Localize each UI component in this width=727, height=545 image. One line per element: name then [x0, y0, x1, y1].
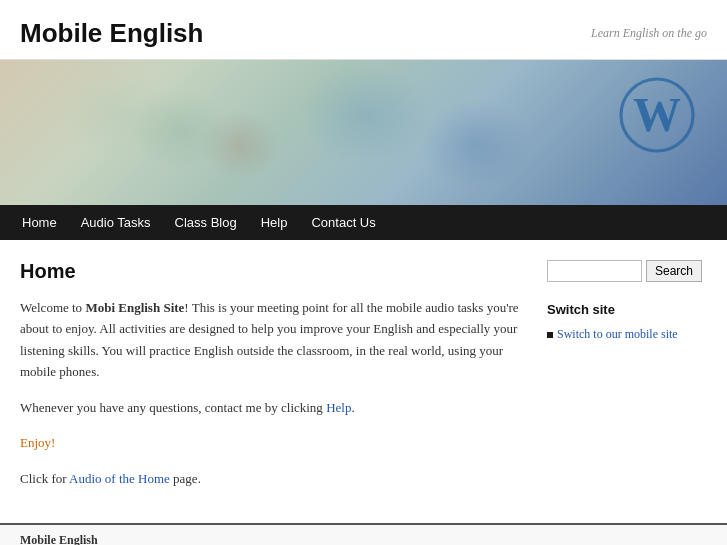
intro-paragraph: Welcome to Mobi English Site! This is yo…: [20, 297, 527, 383]
contact-paragraph: Whenever you have any questions, contact…: [20, 397, 527, 418]
enjoy-link[interactable]: Enjoy!: [20, 435, 55, 450]
enjoy-paragraph: Enjoy!: [20, 432, 527, 453]
switch-site-item: Switch to our mobile site: [547, 325, 707, 344]
nav-item-audio-tasks[interactable]: Audio Tasks: [69, 205, 163, 240]
nav-link-home[interactable]: Home: [10, 205, 69, 240]
nav-item-class-blog[interactable]: Class Blog: [163, 205, 249, 240]
sidebar: Search Switch site Switch to our mobile …: [547, 260, 707, 503]
audio-link[interactable]: Audio of the Home: [69, 471, 173, 486]
svg-text:W: W: [633, 88, 681, 141]
nav-link-help[interactable]: Help: [249, 205, 300, 240]
switch-site-link[interactable]: Switch to our mobile site: [557, 327, 678, 342]
contact-pre: Whenever you have any questions, contact…: [20, 400, 326, 415]
search-button[interactable]: Search: [646, 260, 702, 282]
audio-pre: Click for: [20, 471, 69, 486]
navigation: Home Audio Tasks Class Blog Help Contact…: [0, 205, 727, 240]
switch-site-widget: Switch site Switch to our mobile site: [547, 302, 707, 344]
search-widget: Search: [547, 260, 707, 282]
intro-pre: Welcome to: [20, 300, 85, 315]
footer-right: [364, 533, 708, 545]
bullet-icon: [547, 332, 553, 338]
search-input[interactable]: [547, 260, 642, 282]
footer-bar: Mobile English: [0, 523, 727, 545]
footer-left-title: Mobile English: [20, 533, 364, 545]
nav-item-help[interactable]: Help: [249, 205, 300, 240]
footer-left: Mobile English: [20, 533, 364, 545]
nav-item-home[interactable]: Home: [10, 205, 69, 240]
nav-item-contact-us[interactable]: Contact Us: [299, 205, 387, 240]
search-form: Search: [547, 260, 707, 282]
switch-site-title: Switch site: [547, 302, 707, 317]
contact-post: .: [351, 400, 354, 415]
audio-post: page.: [173, 471, 201, 486]
intro-bold: Mobi English Site: [85, 300, 184, 315]
nav-link-class-blog[interactable]: Class Blog: [163, 205, 249, 240]
audio-paragraph: Click for Audio of the Home page.: [20, 468, 527, 489]
main-content: Home Welcome to Mobi English Site! This …: [20, 260, 527, 503]
nav-link-audio-tasks[interactable]: Audio Tasks: [69, 205, 163, 240]
site-tagline: Learn English on the go: [591, 26, 707, 41]
page-title: Home: [20, 260, 527, 283]
help-link[interactable]: Help: [326, 400, 351, 415]
site-title: Mobile English: [20, 18, 203, 49]
hero-banner: W: [0, 60, 727, 205]
wordpress-logo: W: [617, 75, 697, 155]
nav-link-contact-us[interactable]: Contact Us: [299, 205, 387, 240]
